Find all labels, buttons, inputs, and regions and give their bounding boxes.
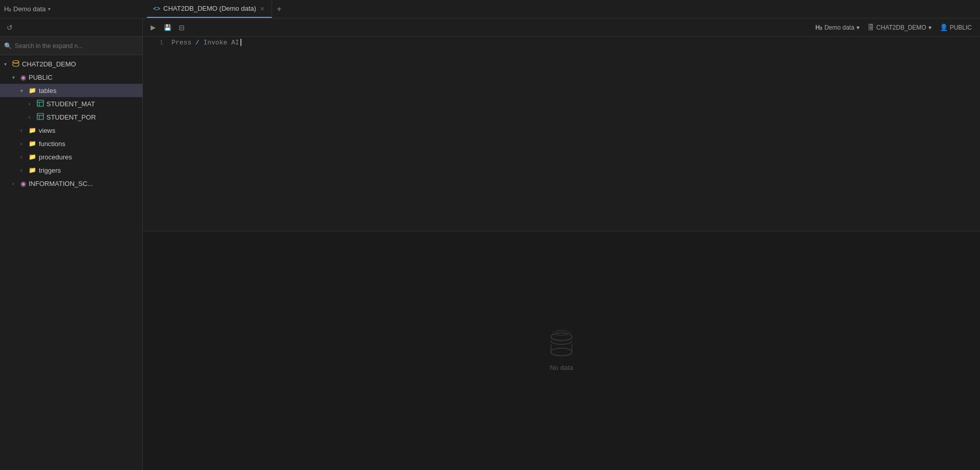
db-label: CHAT2DB_DEMO — [876, 24, 926, 31]
sidebar-header: ↺ — [0, 18, 142, 37]
tree: ▾CHAT2DB_DEMO▾◉PUBLIC▾📁tables›STUDENT_MA… — [0, 55, 142, 470]
tree-item-icon: 📁 — [29, 87, 36, 94]
tree-item-label: STUDENT_POR — [46, 113, 96, 121]
title-bar-left: H₂ Demo data ▾ — [4, 5, 147, 13]
tree-item-public[interactable]: ▾◉PUBLIC — [0, 70, 142, 84]
app-title-text: H₂ Demo data — [4, 5, 46, 13]
tree-item-views[interactable]: ›📁views — [0, 124, 142, 137]
tree-chevron: ▾ — [12, 75, 18, 80]
search-input[interactable] — [15, 42, 138, 50]
results-pane: No data — [143, 231, 980, 470]
tree-chevron: › — [20, 141, 27, 147]
h2-icon: H₂ — [815, 24, 822, 31]
toolbar: ▶ 💾 ⊟ — [143, 21, 192, 34]
connection-info: H₂ Demo data ▾ 🗄 CHAT2DB_DEMO ▾ 👤 PUBLIC — [815, 24, 980, 31]
svg-point-8 — [551, 348, 572, 356]
tree-item-icon — [37, 100, 44, 108]
tree-chevron: › — [20, 168, 27, 173]
tree-item-triggers[interactable]: ›📁triggers — [0, 163, 142, 177]
tree-item-chat2db[interactable]: ▾CHAT2DB_DEMO — [0, 57, 142, 70]
svg-rect-1 — [37, 100, 43, 106]
tree-item-functions[interactable]: ›📁functions — [0, 137, 142, 150]
search-icon: 🔍 — [4, 42, 12, 50]
slash-shortcut: / — [195, 39, 200, 46]
code-line-1: 1 Press / Invoke AI — [143, 37, 980, 48]
tree-item-procedures[interactable]: ›📁procedures — [0, 150, 142, 163]
tree-chevron: › — [20, 128, 27, 133]
tree-chevron: › — [20, 154, 27, 160]
save-button[interactable]: 💾 — [161, 21, 174, 34]
svg-rect-4 — [37, 113, 43, 120]
app-title[interactable]: H₂ Demo data ▾ — [4, 5, 51, 13]
tree-item-label: INFORMATION_SC... — [29, 180, 93, 187]
tree-item-label: functions — [39, 140, 65, 148]
tree-item-label: PUBLIC — [29, 74, 53, 81]
tree-item-icon: 📁 — [29, 140, 36, 147]
format-button[interactable]: ⊟ — [176, 21, 188, 34]
tree-chevron: ▾ — [4, 61, 10, 67]
tab-icon: <> — [153, 5, 160, 12]
tree-item-icon: ◉ — [20, 74, 26, 81]
run-button[interactable]: ▶ — [147, 21, 159, 34]
h2-chevron: ▾ — [856, 24, 860, 31]
add-tab-button[interactable]: + — [272, 2, 286, 16]
tree-item-label: tables — [39, 87, 57, 95]
tree-item-information_sc[interactable]: ›◉INFORMATION_SC... — [0, 177, 142, 190]
schema-icon: 👤 — [940, 24, 948, 31]
keyword-press: Press — [172, 39, 195, 46]
connection-schema[interactable]: 👤 PUBLIC — [940, 24, 972, 31]
title-bar: H₂ Demo data ▾ <> CHAT2DB_DEMO (Demo dat… — [0, 0, 980, 18]
tab-bar: <> CHAT2DB_DEMO (Demo data) × + — [147, 0, 976, 18]
tree-item-icon: ◉ — [20, 180, 26, 187]
tree-item-student_por[interactable]: ›STUDENT_POR — [0, 110, 142, 124]
refresh-button[interactable]: ↺ — [4, 22, 15, 33]
search-bar: 🔍 — [0, 37, 142, 55]
sidebar: ↺ 🔍 ▾CHAT2DB_DEMO▾◉PUBLIC▾📁tables›STUDEN… — [0, 18, 143, 470]
db-chevron: ▾ — [928, 24, 932, 31]
editor-pane: ▶ 💾 ⊟ H₂ Demo data ▾ 🗄 CHAT2DB_DEMO — [143, 18, 980, 470]
app-title-chevron: ▾ — [48, 6, 51, 12]
tree-chevron: › — [12, 181, 18, 186]
save-icon: 💾 — [164, 24, 172, 31]
text-cursor — [240, 39, 241, 46]
run-icon: ▶ — [151, 24, 156, 31]
top-bar: ▶ 💾 ⊟ H₂ Demo data ▾ 🗄 CHAT2DB_DEMO — [143, 18, 980, 37]
tree-item-icon: 📁 — [29, 153, 36, 160]
tree-item-icon — [37, 113, 44, 122]
line-number-1: 1 — [147, 39, 163, 46]
connection-db[interactable]: 🗄 CHAT2DB_DEMO ▾ — [868, 24, 932, 31]
main-content: ↺ 🔍 ▾CHAT2DB_DEMO▾◉PUBLIC▾📁tables›STUDEN… — [0, 18, 980, 470]
no-data-text: No data — [550, 364, 573, 371]
main-tab[interactable]: <> CHAT2DB_DEMO (Demo data) × — [147, 0, 272, 18]
no-data-icon — [547, 330, 576, 359]
keyword-invoke-ai: Invoke AI — [200, 39, 239, 46]
db-icon: 🗄 — [868, 24, 874, 31]
tree-chevron: ▾ — [20, 88, 27, 93]
schema-label: PUBLIC — [950, 24, 972, 31]
tree-item-tables[interactable]: ▾📁tables — [0, 84, 142, 97]
tree-item-student_mat[interactable]: ›STUDENT_MAT — [0, 97, 142, 110]
tree-item-icon: 📁 — [29, 167, 36, 174]
code-editor[interactable]: 1 Press / Invoke AI — [143, 37, 980, 231]
tree-item-icon: 📁 — [29, 127, 36, 134]
tree-item-label: procedures — [39, 153, 72, 161]
tree-item-label: STUDENT_MAT — [46, 100, 95, 108]
tab-close-button[interactable]: × — [259, 4, 265, 14]
tree-chevron: › — [29, 114, 35, 120]
connection-h2[interactable]: H₂ Demo data ▾ — [815, 24, 859, 31]
tree-item-label: triggers — [39, 167, 61, 174]
tree-item-icon — [12, 60, 19, 68]
h2-label: Demo data — [824, 24, 854, 31]
tree-chevron: › — [29, 101, 35, 107]
format-icon: ⊟ — [179, 24, 185, 32]
tree-item-label: CHAT2DB_DEMO — [22, 60, 76, 68]
tree-item-label: views — [39, 127, 56, 134]
line-content-1: Press / Invoke AI — [172, 39, 239, 46]
tab-label: CHAT2DB_DEMO (Demo data) — [163, 5, 256, 12]
